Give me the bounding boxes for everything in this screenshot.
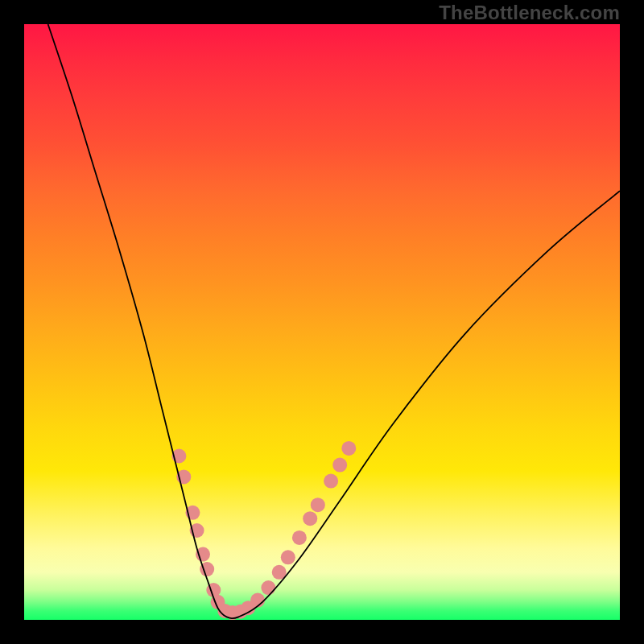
- plot-frame: [24, 24, 620, 620]
- marker-dot: [311, 497, 325, 512]
- bottleneck-curve: [48, 24, 620, 618]
- marker-dot: [261, 580, 275, 595]
- marker-dot: [292, 530, 307, 545]
- plot-svg: [24, 24, 620, 620]
- marker-dot: [332, 458, 347, 473]
- watermark-text: TheBottleneck.com: [439, 2, 620, 24]
- marker-dot: [303, 511, 317, 526]
- marker-dots-group: [171, 441, 356, 620]
- marker-dot: [341, 441, 356, 456]
- marker-dot: [324, 474, 338, 489]
- marker-dot: [281, 550, 295, 564]
